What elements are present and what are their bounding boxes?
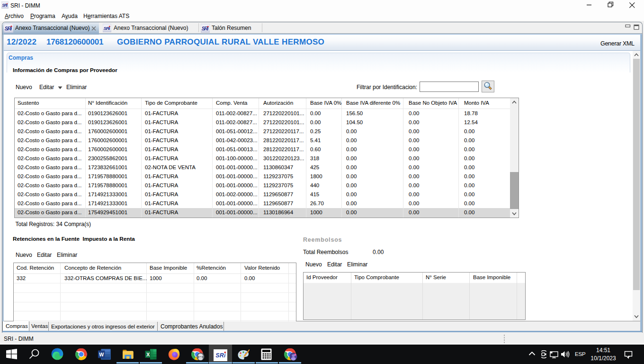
svg-text:W: W [99, 352, 104, 357]
svg-text:X: X [146, 352, 150, 357]
svg-text:SR: SR [215, 352, 224, 359]
